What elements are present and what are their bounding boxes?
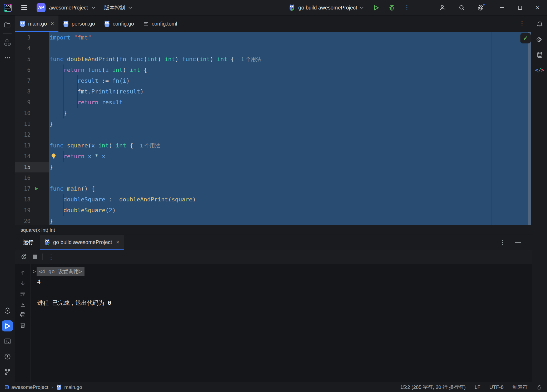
tool-window-options-kebab-icon[interactable]: ⋮ <box>499 239 506 245</box>
window-close-button[interactable]: × <box>536 4 540 11</box>
search-everywhere-icon[interactable] <box>458 4 465 11</box>
gutter-line-15[interactable]: 15 <box>15 162 49 172</box>
gutter-line-12[interactable]: 12 <box>15 129 49 140</box>
code-with-me-user-add-icon[interactable] <box>440 4 447 11</box>
ai-assistant-button[interactable] <box>534 34 545 45</box>
next-occurrence-arrow-down-icon[interactable] <box>19 280 26 286</box>
gutter-line-7[interactable]: 7 <box>15 75 49 86</box>
code-text[interactable]: result := fn(i) <box>49 75 528 86</box>
settings-gear-icon[interactable] <box>477 4 484 11</box>
code-text[interactable]: return x * x <box>49 151 528 162</box>
gutter-line-13[interactable]: 13 <box>15 140 49 151</box>
gutter-line-20[interactable]: 20 <box>15 216 49 225</box>
services-tool-window-button[interactable] <box>2 305 13 316</box>
code-text[interactable]: return func(i int) int { <box>49 64 528 75</box>
window-maximize-button[interactable] <box>518 6 522 10</box>
gutter-line-14[interactable]: 14 <box>15 151 49 162</box>
gutter-line-10[interactable]: 10 <box>15 108 49 118</box>
tab-options-kebab-icon[interactable]: ⋮ <box>519 21 525 27</box>
gutter-line-5[interactable]: 5 <box>15 54 49 64</box>
code-text[interactable]: } <box>49 108 528 118</box>
code-text[interactable]: fmt.Println(result) <box>49 86 528 97</box>
console-output[interactable]: > <4 go 设置调用> 4 进程 已完成，退出代码为0 <box>31 264 532 382</box>
notifications-button[interactable] <box>534 19 545 30</box>
console-more-kebab-icon[interactable]: ⋮ <box>48 254 54 260</box>
code-text[interactable] <box>49 129 528 140</box>
editor-scrollbar[interactable] <box>528 32 532 225</box>
terminal-tool-window-button[interactable] <box>2 336 13 347</box>
bell-icon <box>536 21 543 28</box>
vcs-menu[interactable]: 版本控制 <box>104 4 132 11</box>
gutter-line-9[interactable]: 9 <box>15 97 49 108</box>
editor-tab-main.go[interactable]: main.go× <box>15 16 58 32</box>
prev-occurrence-arrow-up-icon[interactable] <box>19 269 26 276</box>
code-text[interactable] <box>49 43 528 54</box>
editor[interactable]: 3import "fmt"45func doubleAndPrint(fn fu… <box>15 32 532 225</box>
code-text[interactable]: import "fmt" <box>49 32 528 43</box>
gutter-line-18[interactable]: 18 <box>15 194 49 205</box>
gutter-line-19[interactable]: 19 <box>15 205 49 216</box>
print-icon[interactable] <box>19 311 26 318</box>
file-lock-unlocked-icon[interactable] <box>536 384 542 390</box>
more-actions-kebab-icon[interactable]: ⋮ <box>404 4 410 11</box>
indent-style-widget[interactable]: 制表符 <box>513 384 528 391</box>
gutter-line-4[interactable]: 4 <box>15 43 49 54</box>
gutter-line-6[interactable]: 6 <box>15 64 49 75</box>
endpoints-button[interactable]: </> <box>534 64 545 76</box>
gutter-line-3[interactable]: 3 <box>15 32 49 43</box>
fold-expand-icon[interactable]: > <box>33 266 36 277</box>
tab-close-icon[interactable]: × <box>116 239 119 246</box>
run-tab-label: go build awesomeProject <box>53 239 112 245</box>
scrollbar-thumb[interactable] <box>528 32 531 225</box>
code-text[interactable]: } <box>49 118 528 129</box>
run-configuration-widget[interactable]: go build awesomeProject <box>289 4 364 11</box>
editor-tab-config.go[interactable]: config.go <box>100 16 138 32</box>
problems-tool-window-button[interactable] <box>2 351 13 362</box>
clear-all-trash-icon[interactable] <box>19 322 26 329</box>
soft-wrap-icon[interactable] <box>19 290 26 297</box>
structure-tool-window-button[interactable] <box>2 37 13 48</box>
folded-command-chip[interactable]: <4 go 设置调用> <box>37 267 84 276</box>
intention-bulb-icon[interactable] <box>51 153 56 160</box>
project-tool-window-button[interactable] <box>2 19 13 30</box>
run-button[interactable] <box>373 4 380 11</box>
run-main-gutter-icon[interactable] <box>34 186 39 191</box>
gutter-line-11[interactable]: 11 <box>15 118 49 129</box>
code-text[interactable] <box>49 172 528 183</box>
code-text[interactable]: doubleSquare := doubleAndPrint(square) <box>49 194 528 205</box>
project-switcher[interactable]: AP awesomeProject <box>37 3 95 12</box>
code-text[interactable]: func square(x int) int {1 个用法 <box>49 140 528 151</box>
code-text[interactable]: return result <box>49 97 528 108</box>
code-text[interactable]: func doubleAndPrint(fn func(int) int) fu… <box>49 54 528 64</box>
editor-tab-config.toml[interactable]: config.toml <box>138 16 182 32</box>
run-tool-window-button-active[interactable] <box>2 320 13 331</box>
run-console-tab[interactable]: go build awesomeProject × <box>40 235 124 250</box>
gutter-line-17[interactable]: 17 <box>15 183 49 194</box>
status-breadcrumb-project[interactable]: awesomeProject <box>11 384 48 390</box>
database-button[interactable] <box>534 49 545 60</box>
code-text[interactable]: doubleSquare(2) <box>49 205 528 216</box>
structure-icon <box>4 39 11 46</box>
editor-tab-person.go[interactable]: person.go <box>58 16 100 32</box>
hide-tool-window-icon[interactable]: — <box>515 239 521 246</box>
scroll-to-end-icon[interactable] <box>19 301 26 307</box>
usages-inlay-hint[interactable]: 1 个用法 <box>140 143 160 148</box>
caret-position-widget[interactable]: 15:2 (285 字符, 20 行 换行符) <box>400 384 466 391</box>
encoding-widget[interactable]: UTF-8 <box>489 384 504 390</box>
more-tool-windows-button[interactable] <box>2 52 13 63</box>
debug-button[interactable] <box>388 4 395 11</box>
gutter-line-16[interactable]: 16 <box>15 172 49 183</box>
code-text[interactable]: func main() { <box>49 183 528 194</box>
main-menu-hamburger-icon[interactable] <box>20 4 29 11</box>
inspections-widget[interactable]: ✓ <box>520 33 531 43</box>
window-minimize-button[interactable] <box>500 7 504 8</box>
line-separator-widget[interactable]: LF <box>475 384 480 390</box>
status-breadcrumb-file[interactable]: main.go <box>64 384 82 390</box>
tab-close-icon[interactable]: × <box>51 20 54 27</box>
version-control-tool-window-button[interactable] <box>2 366 13 377</box>
usages-inlay-hint[interactable]: 1 个用法 <box>241 56 261 62</box>
gutter-line-8[interactable]: 8 <box>15 86 49 97</box>
code-text[interactable]: } <box>49 216 528 225</box>
code-text[interactable]: } <box>49 162 528 172</box>
rerun-button[interactable] <box>20 253 27 260</box>
